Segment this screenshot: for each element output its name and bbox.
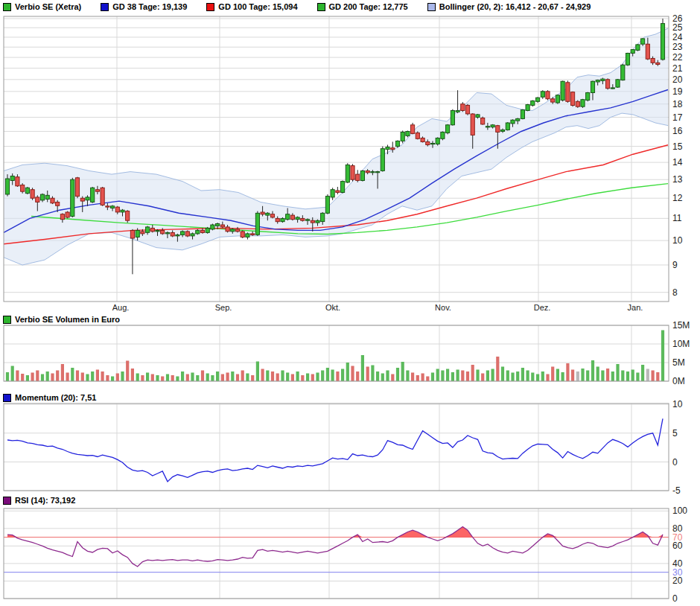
- volume-bar: [6, 372, 9, 381]
- candle: [551, 99, 555, 102]
- month-label: Sep.: [215, 303, 232, 312]
- volume-bar: [111, 377, 114, 382]
- volume-bar: [531, 373, 534, 382]
- rsi-tick-label: 60: [672, 540, 683, 551]
- candle: [171, 232, 174, 236]
- volume-bar: [421, 374, 424, 382]
- legend-item: GD 38 Tage: 19,139: [101, 2, 187, 11]
- volume-bar: [96, 370, 99, 382]
- volume-bar: [251, 375, 254, 381]
- volume-bar: [471, 365, 474, 381]
- candle: [430, 144, 434, 144]
- candle: [181, 232, 185, 235]
- legend-label: Momentum (20): 7,51: [15, 393, 96, 402]
- volume-bar: [141, 375, 144, 381]
- candle: [251, 234, 255, 235]
- month-label: Dez.: [534, 303, 551, 312]
- candle: [366, 171, 369, 173]
- legend-label: RSI (14): 73,192: [15, 496, 75, 505]
- volume-bar: [526, 371, 529, 382]
- candle: [150, 228, 154, 232]
- volume-bar: [241, 371, 244, 382]
- candle: [176, 235, 179, 236]
- candle: [331, 190, 334, 197]
- volume-bar: [621, 371, 624, 382]
- candle: [226, 227, 229, 232]
- candle: [95, 190, 99, 192]
- legend-swatch-icon: [206, 3, 214, 11]
- candle: [10, 176, 14, 181]
- legend-label: Verbio SE Volumen in Euro: [15, 315, 120, 324]
- volume-bar: [596, 367, 599, 382]
- volume-bar: [386, 371, 389, 382]
- volume-bar: [21, 374, 24, 381]
- candle: [661, 24, 664, 60]
- candle: [576, 101, 579, 106]
- legend-item: Verbio SE Volumen in Euro: [3, 315, 120, 324]
- candle: [156, 230, 159, 232]
- legend-swatch-icon: [3, 316, 11, 324]
- candle: [25, 188, 29, 194]
- volume-tick-label: 5M: [672, 357, 685, 368]
- volume-bar: [466, 371, 469, 381]
- volume-bar: [231, 371, 234, 381]
- volume-bar: [256, 362, 259, 382]
- volume-bar: [56, 371, 59, 382]
- volume-bar: [656, 372, 659, 381]
- volume-bar: [126, 361, 129, 382]
- month-labels: Aug.Sep.Okt.Nov.Dez.Jan.: [112, 303, 643, 312]
- volume-bar: [26, 375, 29, 381]
- volume-bar: [306, 374, 309, 382]
- volume-bar: [61, 364, 64, 381]
- candle: [130, 230, 134, 238]
- candle: [51, 198, 54, 203]
- momentum-line: [7, 418, 663, 482]
- volume-bar: [71, 368, 74, 381]
- volume-bar: [31, 373, 34, 382]
- volume-bar: [486, 371, 489, 382]
- volume-bar: [376, 371, 379, 381]
- month-label: Nov.: [435, 303, 451, 312]
- candle: [111, 206, 115, 208]
- legend-swatch-icon: [3, 497, 11, 505]
- volume-bar: [311, 374, 314, 382]
- candle: [21, 185, 25, 192]
- candle: [596, 80, 599, 82]
- volume-bar: [446, 369, 449, 382]
- volume-tick-label: 10M: [672, 339, 690, 349]
- candle: [500, 130, 504, 132]
- candle: [586, 93, 590, 101]
- legend-item: GD 200 Tage: 12,775: [317, 2, 408, 11]
- volume-bar: [566, 363, 569, 381]
- candle: [506, 123, 509, 130]
- price-tick-label: 25: [672, 22, 683, 33]
- candle: [521, 110, 524, 119]
- volume-bar: [636, 373, 639, 382]
- candle: [436, 138, 439, 144]
- candle: [656, 63, 660, 64]
- axis-labels: 8910111213141516171819202122232425260M5M…: [672, 13, 690, 604]
- rsi-tick-label: 0: [672, 593, 678, 604]
- volume-bar: [316, 373, 319, 382]
- volume-bar: [476, 370, 479, 382]
- volume-tick-label: 15M: [672, 320, 690, 331]
- candle: [360, 171, 364, 181]
- candle: [66, 212, 69, 217]
- legend-item: GD 100 Tage: 15,094: [206, 2, 297, 11]
- candle: [16, 177, 19, 186]
- price-tick-label: 10: [672, 235, 683, 246]
- volume-bar: [116, 374, 119, 382]
- candle: [91, 188, 95, 202]
- candle: [161, 230, 165, 234]
- volume-bar: [121, 371, 124, 381]
- volume-bar: [521, 368, 524, 381]
- candle: [561, 81, 564, 100]
- momentum-tick-label: 5: [672, 428, 678, 438]
- volume-bar: [91, 371, 94, 381]
- candle: [115, 207, 119, 212]
- rsi-threshold-lines: [4, 538, 669, 572]
- candle: [290, 215, 294, 220]
- volume-bar: [371, 366, 374, 382]
- volume-bar: [86, 374, 89, 382]
- price-tick-label: 14: [672, 157, 683, 168]
